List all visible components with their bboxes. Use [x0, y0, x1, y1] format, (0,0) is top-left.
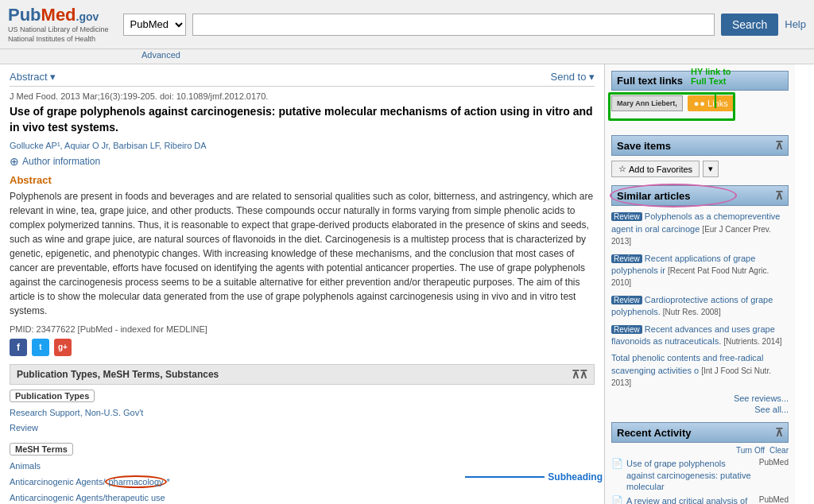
- save-collapse-btn[interactable]: ⊼: [775, 139, 783, 152]
- similar-article-4: Review Recent advances and uses grape fl…: [611, 324, 789, 348]
- recent-item-2: 📄 A review and critical analysis of the …: [611, 495, 789, 504]
- authors: Gollucke AP¹, Aquiar O Jr, Barbisan LF, …: [10, 141, 595, 150]
- pmid: PMID: 23477622 [PubMed - indexed for MED…: [10, 324, 595, 334]
- recent-collapse-btn[interactable]: ⊼: [775, 426, 783, 439]
- logo: PubMed.gov: [8, 5, 99, 25]
- review-badge-4: Review: [611, 325, 642, 334]
- journal-info: J Med Food. 2013 Mar;16(3):199-205. doi:…: [10, 91, 595, 101]
- similar-article-1: Review Polyphenols as a chemopreventive …: [611, 211, 789, 247]
- logo-area: PubMed.gov US National Library of Medici…: [8, 5, 109, 44]
- similar-article-3: Review Cardioprotective actions of grape…: [611, 294, 789, 319]
- mesh-highlight-pharm: pharmacology: [105, 475, 166, 488]
- send-to[interactable]: Send to ▾: [551, 71, 595, 83]
- main-wrapper: Abstract ▾ Send to ▾ J Med Food. 2013 Ma…: [0, 64, 814, 504]
- recent-item-1: 📄 Use of grape polyphenols against carci…: [611, 458, 789, 492]
- recent-item-source-2: PubMed: [759, 495, 789, 504]
- similar-article-ref-4: [Nutrients. 2014]: [723, 337, 781, 346]
- social-icons: f t g+: [10, 339, 595, 356]
- recent-activity-title: Recent Activity ⊼: [611, 422, 789, 443]
- logo-subtitle: US National Library of Medicine National…: [8, 25, 109, 44]
- similar-articles-section: Similar articles ⊼ Review Polyphenols as…: [611, 185, 789, 414]
- favorites-dropdown-button[interactable]: ▾: [703, 161, 719, 177]
- subheading-annotation: Subheading: [465, 471, 603, 483]
- plus-icon: ⊕: [10, 155, 19, 168]
- recent-doc-icon-2: 📄: [611, 495, 623, 504]
- save-items-section: Save items ⊼ ☆ Add to Favorites ▾: [611, 135, 789, 177]
- review-badge-3: Review: [611, 296, 642, 304]
- recent-item-source-1: PubMed: [759, 458, 789, 467]
- pub-type-1[interactable]: Research Support, Non-U.S. Gov't: [10, 405, 595, 421]
- logo-pubmed: Pub: [8, 5, 41, 25]
- twitter-icon[interactable]: t: [32, 339, 49, 356]
- author-info-toggle[interactable]: ⊕ Author information: [10, 155, 595, 168]
- search-select[interactable]: PubMed: [123, 14, 186, 36]
- advanced-link[interactable]: Advanced: [141, 50, 180, 60]
- googleplus-icon[interactable]: g+: [54, 339, 72, 356]
- recent-doc-icon-1: 📄: [611, 458, 623, 469]
- publisher-logo[interactable]: Mary Ann Liebert,: [611, 95, 683, 111]
- similar-articles-title: Similar articles ⊼: [611, 185, 789, 206]
- sidebar: Full text links Mary Ann Liebert, ● ● Li…: [604, 64, 795, 504]
- review-badge-1: Review: [611, 212, 642, 221]
- abstract-heading: Abstract: [10, 174, 595, 186]
- similar-article-5: Total phenolic contents and free-radical…: [611, 352, 789, 389]
- pub-type-items: Research Support, Non-U.S. Gov't Review: [10, 405, 595, 437]
- pub-type-2[interactable]: Review: [10, 421, 595, 436]
- mesh-term-anticarcinogenic-thera[interactable]: Anticarcinogenic Agents/therapeutic use: [10, 490, 595, 504]
- pub-types-section: Publication Types Research Support, Non-…: [10, 390, 595, 437]
- abstract-label[interactable]: Abstract ▾: [10, 71, 56, 83]
- recent-item-text-1[interactable]: Use of grape polyphenols against carcino…: [626, 458, 756, 492]
- mesh-terms-box: MeSH Terms: [10, 443, 73, 456]
- content-area: Abstract ▾ Send to ▾ J Med Food. 2013 Ma…: [0, 64, 604, 504]
- recent-activity-controls: Turn Off Clear: [611, 446, 789, 455]
- links-icon: ●: [694, 99, 700, 108]
- similar-article-ref-3: [Nutr Res. 2008]: [663, 308, 721, 316]
- recent-activity-section: Recent Activity ⊼ Turn Off Clear 📄 Use o…: [611, 422, 789, 504]
- collapse-icon[interactable]: ⊼⊼: [572, 368, 587, 381]
- search-button[interactable]: Search: [721, 14, 778, 36]
- see-reviews-link[interactable]: See reviews...: [611, 394, 789, 403]
- add-favorites-button[interactable]: ☆ Add to Favorites: [611, 161, 700, 177]
- abstract-text: Polyphenols are present in foods and bev…: [10, 189, 595, 318]
- abstract-section: Abstract Polyphenols are present in food…: [10, 174, 595, 318]
- see-all-link[interactable]: See all...: [611, 405, 789, 414]
- save-items-area: ☆ Add to Favorites ▾: [611, 161, 789, 177]
- turn-off-link[interactable]: Turn Off: [736, 446, 765, 455]
- article-title: Use of grape polyphenols against carcino…: [10, 104, 595, 135]
- pub-types-box: Publication Types: [10, 390, 95, 402]
- search-input[interactable]: [192, 14, 715, 36]
- full-text-area: Mary Ann Liebert, ● ● Links HY link toFu…: [611, 95, 789, 111]
- save-items-title: Save items ⊼: [611, 135, 789, 156]
- hy-annotation-label: HY link toFull Text: [691, 67, 731, 86]
- pub-section-container: Publication Types, MeSH Terms, Substance…: [10, 364, 595, 504]
- pub-section-header: Publication Types, MeSH Terms, Substance…: [10, 364, 595, 385]
- abstract-bar: Abstract ▾ Send to ▾: [10, 71, 595, 87]
- full-text-section: Full text links Mary Ann Liebert, ● ● Li…: [611, 71, 789, 111]
- mesh-terms-section: MeSH Terms Animals Anticarcinogenic Agen…: [10, 443, 595, 504]
- similar-article-2: Review Recent applications of grape poly…: [611, 253, 789, 289]
- similar-collapse-btn[interactable]: ⊼: [775, 189, 783, 202]
- clear-link[interactable]: Clear: [769, 446, 789, 455]
- help-link[interactable]: Help: [785, 18, 806, 30]
- facebook-icon[interactable]: f: [10, 339, 27, 356]
- star-icon: ☆: [618, 164, 626, 174]
- review-badge-2: Review: [611, 254, 642, 263]
- header: PubMed.gov US National Library of Medici…: [0, 0, 814, 49]
- links-button[interactable]: ● ● Links: [688, 95, 735, 111]
- recent-item-text-2[interactable]: A review and critical analysis of the sc…: [626, 495, 756, 504]
